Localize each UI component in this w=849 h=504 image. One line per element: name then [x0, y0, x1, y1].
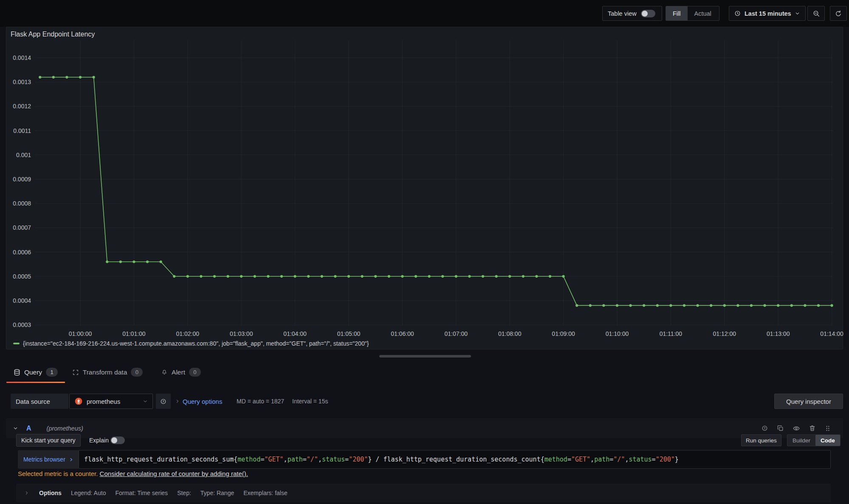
options-label: Options: [39, 490, 62, 496]
option-summary-item: Legend: Auto: [71, 490, 106, 496]
run-queries-button[interactable]: Run queries: [741, 434, 781, 446]
explain-label: Explain: [89, 434, 109, 447]
prometheus-logo-icon: [74, 397, 83, 405]
panel-title: Flask App Endpoint Latency: [11, 31, 95, 38]
query-row-header[interactable]: A (prometheus) ?: [6, 418, 843, 438]
svg-text:0.0008: 0.0008: [13, 200, 31, 207]
data-source-help-button[interactable]: ?: [156, 394, 171, 409]
panel-resize-handle[interactable]: [379, 355, 471, 358]
question-circle-icon: ?: [160, 398, 167, 405]
tab-transform-count: 0: [131, 368, 143, 377]
zoom-out-button[interactable]: [807, 6, 825, 21]
query-help-icon[interactable]: ?: [761, 425, 768, 432]
svg-text:01:06:00: 01:06:00: [391, 330, 414, 337]
delete-query-trash-icon[interactable]: [809, 425, 816, 432]
svg-text:01:05:00: 01:05:00: [337, 330, 361, 337]
query-toolbar: Data source prometheus ? Query options M…: [6, 389, 843, 414]
data-source-label: Data source: [11, 394, 68, 409]
database-icon: [14, 369, 20, 376]
tab-alert[interactable]: Alert 0: [160, 362, 202, 382]
option-summary-item: Format: Time series: [115, 490, 168, 496]
tab-transform-data[interactable]: Transform data 0: [71, 362, 144, 382]
refresh-icon: [835, 10, 842, 17]
editor-top-bar: Table view Fill Actual Last 15 minutes: [0, 0, 849, 27]
search-minus-icon: [812, 10, 820, 17]
promql-query-input[interactable]: flask_http_request_duration_seconds_sum{…: [79, 450, 831, 469]
toggle-visibility-eye-icon[interactable]: [793, 425, 800, 432]
query-inspector-button[interactable]: Query inspector: [774, 394, 843, 409]
collapse-chevron-icon[interactable]: [13, 425, 18, 431]
svg-text:01:02:00: 01:02:00: [176, 330, 200, 337]
svg-text:0.0007: 0.0007: [13, 224, 31, 231]
svg-text:0.0003: 0.0003: [13, 321, 31, 328]
svg-text:0.0004: 0.0004: [13, 297, 31, 304]
warning-rate-link[interactable]: Consider calculating rate of counter by …: [100, 470, 248, 477]
svg-text:0.0005: 0.0005: [13, 273, 31, 280]
table-view-control: Table view: [602, 6, 662, 21]
tab-query-label: Query: [24, 369, 42, 376]
table-view-toggle[interactable]: [641, 10, 655, 17]
options-items: Legend: AutoFormat: Time seriesStep:Type…: [71, 490, 288, 496]
svg-text:01:00:00: 01:00:00: [69, 330, 92, 337]
kick-start-query-button[interactable]: Kick start your query: [16, 434, 81, 447]
option-summary-item: Step:: [177, 490, 191, 496]
svg-text:01:04:00: 01:04:00: [283, 330, 307, 337]
latency-panel: Flask App Endpoint Latency 01:00:0001:01…: [6, 27, 843, 349]
max-data-points-summary: MD = auto = 1827: [237, 394, 284, 409]
table-view-label: Table view: [608, 10, 637, 17]
tab-query[interactable]: Query 1: [6, 362, 65, 382]
query-row-actions: ?: [761, 425, 831, 432]
svg-text:?: ?: [162, 400, 164, 403]
svg-text:0.0012: 0.0012: [13, 103, 31, 110]
actual-button[interactable]: Actual: [688, 6, 718, 20]
metrics-browser-toggle[interactable]: Metrics browser: [18, 450, 79, 469]
data-source-value: prometheus: [87, 398, 139, 405]
tab-transform-label: Transform data: [83, 369, 127, 376]
chevron-right-icon: [69, 457, 73, 462]
drag-grip-icon[interactable]: [824, 425, 831, 432]
svg-text:01:09:00: 01:09:00: [552, 330, 575, 337]
time-range-picker[interactable]: Last 15 minutes: [729, 6, 806, 21]
svg-text:01:11:00: 01:11:00: [660, 330, 683, 337]
builder-mode-button[interactable]: Builder: [787, 435, 815, 446]
fill-button[interactable]: Fill: [666, 6, 688, 20]
refresh-button[interactable]: [830, 6, 847, 21]
query-options-summary-row[interactable]: Options Legend: AutoFormat: Time seriesS…: [16, 484, 831, 502]
chart-legend[interactable]: {instance="ec2-184-169-216-224.us-west-1…: [13, 340, 369, 347]
legend-series-mark: [13, 343, 20, 344]
options-chevron-icon: [24, 490, 29, 496]
svg-text:01:12:00: 01:12:00: [713, 330, 736, 337]
latency-chart[interactable]: 01:00:0001:01:0001:02:0001:03:0001:04:00…: [6, 27, 843, 349]
duplicate-query-icon[interactable]: [777, 425, 784, 432]
transform-icon: [72, 369, 79, 376]
bell-icon: [161, 369, 168, 376]
builder-code-switch: Builder Code: [787, 434, 841, 446]
svg-text:01:08:00: 01:08:00: [498, 330, 522, 337]
warning-text: Selected metric is a counter.: [18, 470, 98, 477]
data-source-select[interactable]: prometheus: [69, 394, 153, 409]
svg-text:01:14:00: 01:14:00: [820, 330, 843, 337]
svg-text:0.0009: 0.0009: [13, 176, 31, 183]
grafana-panel-edit-page: { "header": { "table_view_label": "Table…: [0, 0, 849, 504]
explain-toggle[interactable]: [110, 436, 125, 444]
svg-text:?: ?: [764, 427, 765, 430]
code-mode-button[interactable]: Code: [815, 435, 840, 446]
legend-series-label: {instance="ec2-184-169-216-224.us-west-1…: [23, 340, 369, 347]
svg-text:0.0014: 0.0014: [13, 54, 31, 61]
chevron-down-icon: [143, 399, 148, 404]
svg-text:01:03:00: 01:03:00: [230, 330, 253, 337]
query-options-chevron-icon: [175, 394, 180, 409]
query-ref-id: A: [26, 425, 31, 432]
fill-actual-switch: Fill Actual: [666, 6, 719, 21]
counter-warning: Selected metric is a counter. Consider c…: [18, 470, 248, 477]
tab-alert-count: 0: [189, 368, 201, 377]
interval-summary: Interval = 15s: [292, 394, 328, 409]
svg-text:01:13:00: 01:13:00: [767, 330, 790, 337]
tab-alert-label: Alert: [172, 369, 185, 376]
svg-text:01:10:00: 01:10:00: [606, 330, 629, 337]
svg-text:01:07:00: 01:07:00: [445, 330, 468, 337]
query-options-toggle[interactable]: Query options: [183, 394, 222, 409]
svg-text:0.0013: 0.0013: [13, 79, 31, 85]
svg-text:0.001: 0.001: [16, 152, 31, 158]
tab-query-count: 1: [46, 368, 58, 377]
